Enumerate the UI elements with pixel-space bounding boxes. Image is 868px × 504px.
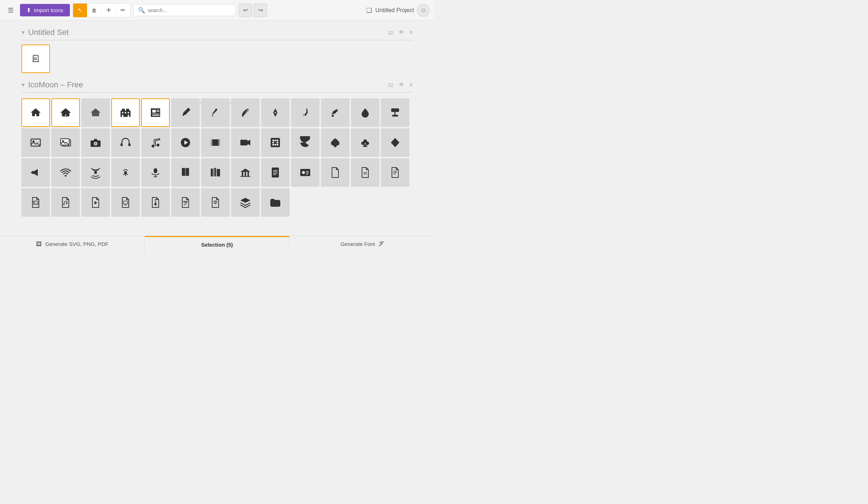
icomoon-set-meta: 32 👁 ≡	[388, 82, 413, 88]
icon-cell[interactable]	[381, 158, 409, 187]
icon-cell[interactable]	[321, 98, 349, 127]
select-tool-button[interactable]: ↖	[73, 4, 87, 17]
icon-cell[interactable]	[21, 158, 50, 187]
icon-cell[interactable]	[261, 128, 290, 157]
broadcast-icon	[89, 166, 102, 179]
selection-label: Selection (5)	[201, 242, 233, 248]
search-input[interactable]	[148, 7, 231, 13]
redo-button[interactable]: ↪	[254, 4, 267, 17]
icon-cell[interactable]	[261, 158, 290, 187]
layers-icon: ❑	[366, 6, 372, 14]
move-tool-button[interactable]: ✛	[102, 4, 116, 17]
icon-cell[interactable]	[81, 188, 110, 217]
icon-cell[interactable]	[381, 98, 409, 127]
icon-cell[interactable]	[21, 98, 50, 127]
icon-cell[interactable]	[171, 158, 200, 187]
icon-cell[interactable]	[111, 158, 140, 187]
icomoon-set-chevron[interactable]: ▾	[21, 81, 25, 89]
icon-cell[interactable]	[291, 98, 320, 127]
svg-rect-48	[219, 144, 219, 145]
icon-cell[interactable]	[51, 128, 80, 157]
icon-cell[interactable]	[81, 98, 110, 127]
icon-cell[interactable]	[21, 188, 50, 217]
icon-cell[interactable]	[111, 128, 140, 157]
eye-icon[interactable]: 👁	[399, 29, 404, 36]
svg-rect-14	[128, 115, 129, 117]
icon-cell[interactable]	[111, 188, 140, 217]
icon-cell[interactable]	[141, 188, 170, 217]
svg-rect-0	[33, 55, 38, 62]
icon-cell[interactable]	[321, 158, 349, 187]
generate-svg-section[interactable]: 🖼 Generate SVG, PNG, PDF	[0, 236, 145, 252]
icon-cell[interactable]	[351, 98, 379, 127]
svg-point-88	[302, 171, 305, 174]
menu-button[interactable]: ☰	[4, 4, 17, 17]
icon-cell[interactable]	[51, 158, 80, 187]
icon-cell[interactable]	[201, 128, 230, 157]
icon-cell[interactable]	[171, 188, 200, 217]
clubs-icon	[359, 136, 372, 149]
svg-point-54	[272, 142, 274, 144]
icon-cell[interactable]	[231, 98, 260, 127]
radio-icon	[119, 166, 132, 179]
music-icon	[149, 136, 162, 149]
file2-icon	[359, 166, 372, 179]
icon-cell[interactable]	[291, 128, 320, 157]
icon-cell[interactable]	[231, 128, 260, 157]
icon-cell[interactable]	[261, 98, 290, 127]
icon-cell[interactable]	[141, 128, 170, 157]
icon-cell[interactable]	[201, 98, 230, 127]
icon-cell[interactable]	[81, 158, 110, 187]
icon-cell[interactable]	[201, 158, 230, 187]
icon-cell[interactable]	[171, 98, 200, 127]
svg-rect-97	[34, 201, 38, 205]
history-group: ↩ ↪	[239, 4, 267, 17]
menu-dots-icon[interactable]: ≡	[409, 29, 413, 36]
svg-point-34	[95, 143, 97, 145]
icon-cell[interactable]	[291, 158, 320, 187]
edit-tool-button[interactable]: ✏	[116, 4, 130, 17]
pacman-icon	[299, 136, 312, 149]
layers2-icon	[239, 196, 252, 209]
generate-font-section[interactable]: Generate Font ℱ	[290, 236, 434, 252]
icon-cell[interactable]	[21, 45, 50, 73]
wifi-icon	[59, 166, 72, 179]
icon-cell[interactable]	[51, 188, 80, 217]
icon-cell[interactable]	[141, 98, 170, 127]
icon-cell[interactable]	[201, 188, 230, 217]
droplet-icon	[359, 106, 372, 119]
icon-cell[interactable]	[351, 158, 379, 187]
icon-cell[interactable]	[231, 188, 260, 217]
icon-cell[interactable]	[381, 128, 409, 157]
icomoon-eye-icon[interactable]: 👁	[399, 82, 404, 88]
svg-point-55	[277, 142, 279, 144]
icon-cell[interactable]	[261, 188, 290, 217]
icon-cell[interactable]	[351, 128, 379, 157]
icomoon-set-count: 32	[388, 82, 394, 88]
icon-cell[interactable]	[141, 158, 170, 187]
icon-cell[interactable]	[321, 128, 349, 157]
avatar[interactable]: ☺	[417, 4, 430, 17]
svg-rect-18	[157, 111, 159, 112]
svg-rect-19	[152, 114, 159, 114]
untitled-set-chevron[interactable]: ▾	[21, 29, 25, 36]
file3-icon	[389, 166, 402, 179]
spades-icon	[329, 136, 342, 149]
icon-cell[interactable]	[81, 128, 110, 157]
newspaper-icon	[149, 106, 162, 119]
selection-section[interactable]: Selection (5)	[145, 236, 290, 252]
diamonds-icon	[389, 136, 402, 149]
megaphone-icon	[29, 166, 42, 179]
tool-group: ↖ 🗑 ✛ ✏	[73, 3, 131, 17]
svg-point-57	[275, 144, 276, 146]
import-icons-button[interactable]: ⬆ Import Icons	[20, 4, 70, 16]
icon-cell[interactable]	[111, 98, 140, 127]
delete-tool-button[interactable]: 🗑	[87, 4, 102, 17]
icomoon-menu-icon[interactable]: ≡	[409, 82, 413, 88]
icon-cell[interactable]	[231, 158, 260, 187]
icon-cell[interactable]	[21, 128, 50, 157]
icon-cell[interactable]	[51, 98, 80, 127]
svg-point-100	[66, 203, 67, 204]
undo-button[interactable]: ↩	[239, 4, 252, 17]
icon-cell[interactable]	[171, 128, 200, 157]
